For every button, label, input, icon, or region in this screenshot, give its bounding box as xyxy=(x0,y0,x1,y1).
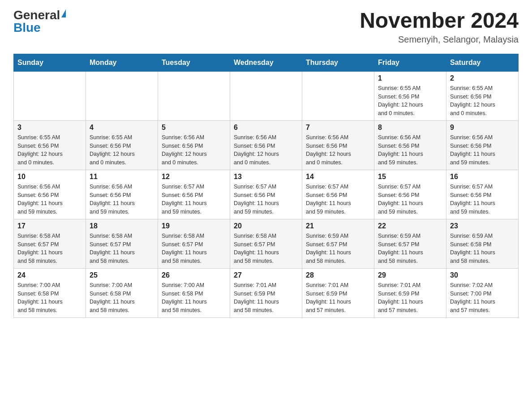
day-number: 28 xyxy=(306,271,370,279)
logo-general-text: General xyxy=(13,9,60,21)
day-number: 4 xyxy=(90,124,154,132)
day-number: 12 xyxy=(162,173,226,181)
day-info: Sunrise: 6:56 AM Sunset: 6:56 PM Dayligh… xyxy=(234,133,298,167)
day-info: Sunrise: 6:55 AM Sunset: 6:56 PM Dayligh… xyxy=(17,133,82,167)
calendar-week-row: 3Sunrise: 6:55 AM Sunset: 6:56 PM Daylig… xyxy=(14,120,519,170)
calendar-cell: 17Sunrise: 6:58 AM Sunset: 6:57 PM Dayli… xyxy=(14,219,86,268)
day-number: 14 xyxy=(306,173,370,181)
calendar-cell: 13Sunrise: 6:57 AM Sunset: 6:56 PM Dayli… xyxy=(230,170,302,219)
calendar-cell xyxy=(14,71,86,120)
calendar-cell: 18Sunrise: 6:58 AM Sunset: 6:57 PM Dayli… xyxy=(86,219,158,268)
calendar-week-row: 1Sunrise: 6:55 AM Sunset: 6:56 PM Daylig… xyxy=(14,71,519,120)
calendar-cell: 7Sunrise: 6:56 AM Sunset: 6:56 PM Daylig… xyxy=(302,120,374,170)
calendar-cell: 9Sunrise: 6:56 AM Sunset: 6:56 PM Daylig… xyxy=(446,120,519,170)
day-info: Sunrise: 6:55 AM Sunset: 6:56 PM Dayligh… xyxy=(378,84,442,118)
calendar-day-header: Thursday xyxy=(302,54,374,71)
calendar-cell xyxy=(302,71,374,120)
calendar-cell: 6Sunrise: 6:56 AM Sunset: 6:56 PM Daylig… xyxy=(230,120,302,170)
day-info: Sunrise: 6:57 AM Sunset: 6:56 PM Dayligh… xyxy=(234,183,298,216)
day-number: 22 xyxy=(378,222,442,230)
calendar-cell: 15Sunrise: 6:57 AM Sunset: 6:56 PM Dayli… xyxy=(374,170,446,219)
calendar-cell: 5Sunrise: 6:56 AM Sunset: 6:56 PM Daylig… xyxy=(158,120,230,170)
location-text: Semenyih, Selangor, Malaysia xyxy=(360,34,519,45)
day-info: Sunrise: 7:02 AM Sunset: 7:00 PM Dayligh… xyxy=(450,281,515,315)
calendar-cell: 27Sunrise: 7:01 AM Sunset: 6:59 PM Dayli… xyxy=(230,268,302,317)
day-number: 2 xyxy=(450,74,515,82)
day-info: Sunrise: 6:56 AM Sunset: 6:56 PM Dayligh… xyxy=(17,183,82,216)
day-info: Sunrise: 6:56 AM Sunset: 6:56 PM Dayligh… xyxy=(378,133,442,167)
calendar-table: SundayMondayTuesdayWednesdayThursdayFrid… xyxy=(13,54,519,318)
day-number: 7 xyxy=(306,124,370,132)
day-number: 11 xyxy=(90,173,154,181)
day-number: 21 xyxy=(306,222,370,230)
calendar-day-header: Friday xyxy=(374,54,446,71)
day-info: Sunrise: 6:56 AM Sunset: 6:56 PM Dayligh… xyxy=(450,133,515,167)
day-info: Sunrise: 7:01 AM Sunset: 6:59 PM Dayligh… xyxy=(378,281,442,315)
title-area: November 2024 Semenyih, Selangor, Malays… xyxy=(360,9,519,45)
calendar-cell: 20Sunrise: 6:58 AM Sunset: 6:57 PM Dayli… xyxy=(230,219,302,268)
day-number: 1 xyxy=(378,74,442,82)
calendar-cell: 12Sunrise: 6:57 AM Sunset: 6:56 PM Dayli… xyxy=(158,170,230,219)
calendar-week-row: 24Sunrise: 7:00 AM Sunset: 6:58 PM Dayli… xyxy=(14,268,519,317)
day-number: 8 xyxy=(378,124,442,132)
day-info: Sunrise: 7:01 AM Sunset: 6:59 PM Dayligh… xyxy=(306,281,370,315)
calendar-cell xyxy=(230,71,302,120)
calendar-cell: 29Sunrise: 7:01 AM Sunset: 6:59 PM Dayli… xyxy=(374,268,446,317)
day-number: 15 xyxy=(378,173,442,181)
day-number: 30 xyxy=(450,271,515,279)
calendar-cell: 26Sunrise: 7:00 AM Sunset: 6:58 PM Dayli… xyxy=(158,268,230,317)
day-info: Sunrise: 6:59 AM Sunset: 6:57 PM Dayligh… xyxy=(306,232,370,265)
day-number: 13 xyxy=(234,173,298,181)
day-info: Sunrise: 6:57 AM Sunset: 6:56 PM Dayligh… xyxy=(450,183,515,216)
calendar-cell: 14Sunrise: 6:57 AM Sunset: 6:56 PM Dayli… xyxy=(302,170,374,219)
calendar-week-row: 17Sunrise: 6:58 AM Sunset: 6:57 PM Dayli… xyxy=(14,219,519,268)
day-number: 26 xyxy=(162,271,226,279)
calendar-cell: 23Sunrise: 6:59 AM Sunset: 6:58 PM Dayli… xyxy=(446,219,519,268)
calendar-cell: 3Sunrise: 6:55 AM Sunset: 6:56 PM Daylig… xyxy=(14,120,86,170)
day-info: Sunrise: 6:55 AM Sunset: 6:56 PM Dayligh… xyxy=(450,84,515,118)
calendar-cell: 30Sunrise: 7:02 AM Sunset: 7:00 PM Dayli… xyxy=(446,268,519,317)
calendar-day-header: Tuesday xyxy=(158,54,230,71)
day-number: 6 xyxy=(234,124,298,132)
month-title: November 2024 xyxy=(360,9,519,33)
day-number: 16 xyxy=(450,173,515,181)
day-info: Sunrise: 6:59 AM Sunset: 6:58 PM Dayligh… xyxy=(450,232,515,265)
day-number: 29 xyxy=(378,271,442,279)
day-info: Sunrise: 6:56 AM Sunset: 6:56 PM Dayligh… xyxy=(90,183,154,216)
logo: General Blue xyxy=(13,9,66,34)
calendar-day-header: Monday xyxy=(86,54,158,71)
day-number: 18 xyxy=(90,222,154,230)
calendar-cell: 24Sunrise: 7:00 AM Sunset: 6:58 PM Dayli… xyxy=(14,268,86,317)
day-number: 9 xyxy=(450,124,515,132)
day-number: 3 xyxy=(17,124,82,132)
calendar-cell: 10Sunrise: 6:56 AM Sunset: 6:56 PM Dayli… xyxy=(14,170,86,219)
calendar-week-row: 10Sunrise: 6:56 AM Sunset: 6:56 PM Dayli… xyxy=(14,170,519,219)
day-info: Sunrise: 7:00 AM Sunset: 6:58 PM Dayligh… xyxy=(90,281,154,315)
calendar-cell: 28Sunrise: 7:01 AM Sunset: 6:59 PM Dayli… xyxy=(302,268,374,317)
day-info: Sunrise: 6:58 AM Sunset: 6:57 PM Dayligh… xyxy=(17,232,82,265)
calendar-cell: 21Sunrise: 6:59 AM Sunset: 6:57 PM Dayli… xyxy=(302,219,374,268)
logo-blue-text: Blue xyxy=(13,21,41,34)
day-info: Sunrise: 6:55 AM Sunset: 6:56 PM Dayligh… xyxy=(90,133,154,167)
day-number: 23 xyxy=(450,222,515,230)
logo-triangle-icon xyxy=(61,9,66,17)
day-info: Sunrise: 6:57 AM Sunset: 6:56 PM Dayligh… xyxy=(378,183,442,216)
day-number: 20 xyxy=(234,222,298,230)
calendar-day-header: Wednesday xyxy=(230,54,302,71)
day-info: Sunrise: 6:58 AM Sunset: 6:57 PM Dayligh… xyxy=(90,232,154,265)
calendar-cell: 4Sunrise: 6:55 AM Sunset: 6:56 PM Daylig… xyxy=(86,120,158,170)
day-info: Sunrise: 6:58 AM Sunset: 6:57 PM Dayligh… xyxy=(162,232,226,265)
calendar-cell xyxy=(86,71,158,120)
day-info: Sunrise: 6:56 AM Sunset: 6:56 PM Dayligh… xyxy=(306,133,370,167)
day-number: 27 xyxy=(234,271,298,279)
day-info: Sunrise: 7:01 AM Sunset: 6:59 PM Dayligh… xyxy=(234,281,298,315)
day-number: 25 xyxy=(90,271,154,279)
calendar-cell: 11Sunrise: 6:56 AM Sunset: 6:56 PM Dayli… xyxy=(86,170,158,219)
day-number: 24 xyxy=(17,271,82,279)
day-info: Sunrise: 6:58 AM Sunset: 6:57 PM Dayligh… xyxy=(234,232,298,265)
page-header: General Blue November 2024 Semenyih, Sel… xyxy=(13,9,519,45)
day-info: Sunrise: 6:59 AM Sunset: 6:57 PM Dayligh… xyxy=(378,232,442,265)
day-number: 19 xyxy=(162,222,226,230)
calendar-cell: 2Sunrise: 6:55 AM Sunset: 6:56 PM Daylig… xyxy=(446,71,519,120)
calendar-cell: 22Sunrise: 6:59 AM Sunset: 6:57 PM Dayli… xyxy=(374,219,446,268)
